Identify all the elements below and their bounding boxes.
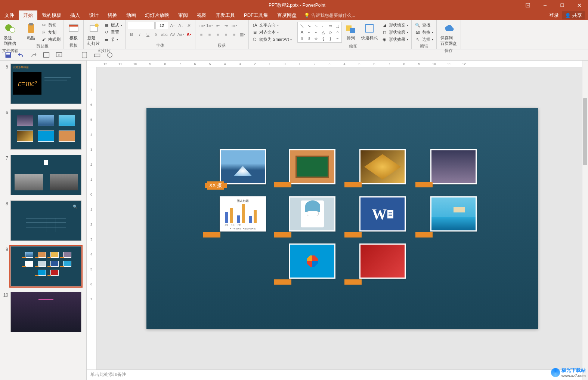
- replace-button[interactable]: ab替换▾: [414, 29, 434, 36]
- thumbnail-item[interactable]: 10: [0, 290, 86, 336]
- ribbon-options-icon[interactable]: [519, 0, 536, 10]
- thumbnail-item[interactable]: 9: [0, 245, 86, 290]
- undo-button[interactable]: [17, 51, 25, 59]
- tab-pdftools[interactable]: PDF工具集: [239, 10, 273, 20]
- scrollbar-thumb[interactable]: [583, 98, 587, 165]
- bullets-button[interactable]: ⋮≡: [198, 22, 205, 29]
- decrease-font-button[interactable]: A↓: [177, 22, 185, 29]
- italic-button[interactable]: I: [136, 31, 143, 38]
- vertical-scrollbar[interactable]: [582, 61, 588, 380]
- thumbnail-item[interactable]: 8 🔍: [0, 199, 86, 245]
- justify-button[interactable]: ≡: [222, 31, 230, 38]
- notes-pane[interactable]: 单击此处添加备注: [87, 370, 588, 380]
- tab-file[interactable]: 文件: [0, 10, 19, 20]
- shape-outline-button[interactable]: ◻形状轮廓▾: [381, 29, 409, 36]
- align-right-button[interactable]: ≡: [214, 31, 222, 38]
- touch-mode-button[interactable]: [81, 51, 88, 59]
- shape-star-icon[interactable]: ☆: [313, 36, 319, 42]
- align-left-button[interactable]: ≡: [198, 31, 205, 38]
- outdent-button[interactable]: ⇤: [214, 22, 222, 29]
- shape-more-icon[interactable]: ⋯: [334, 36, 341, 42]
- paste-button[interactable]: 粘贴: [24, 22, 38, 42]
- indent-button[interactable]: ⇥: [222, 22, 230, 29]
- tab-baidu[interactable]: 百度网盘: [273, 10, 301, 20]
- tab-transitions[interactable]: 切换: [103, 10, 122, 20]
- tab-home[interactable]: 开始: [19, 10, 37, 20]
- slide-canvas[interactable]: XX 摄图表标题小续 小王 小影■ 11月销量额 ■ 当前录销量额W≡: [96, 67, 588, 370]
- share-button[interactable]: 👤 共享: [562, 11, 585, 19]
- qat-icon-3[interactable]: [106, 51, 114, 59]
- align-center-button[interactable]: ≡: [206, 31, 213, 38]
- underline-button[interactable]: U: [144, 31, 152, 38]
- shape-line-icon[interactable]: ＼: [298, 23, 305, 29]
- redo-button[interactable]: [30, 51, 37, 59]
- shape-elbow-icon[interactable]: ⌐: [306, 29, 312, 35]
- columns-button[interactable]: ▥: [239, 31, 246, 38]
- thumbnail-item[interactable]: 7: [0, 153, 86, 199]
- tab-insert[interactable]: 插入: [66, 10, 84, 20]
- shape-circle-icon[interactable]: ○: [334, 29, 341, 35]
- gallery-card[interactable]: XX 摄: [220, 149, 266, 184]
- slide[interactable]: XX 摄图表标题小续 小王 小影■ 11月销量额 ■ 当前录销量额W≡: [146, 108, 538, 329]
- close-icon[interactable]: [571, 0, 588, 10]
- send-to-wechat-button[interactable]: 发送 到微信: [2, 22, 18, 47]
- shapes-gallery[interactable]: ＼ ↘ ⟍ ⌐ ▭ ▢ A ⌐ ⌐ △ ◇ ○ ⇧ ⇩ ☆ { } ⋯: [297, 22, 342, 43]
- gallery-card[interactable]: 图表标题小续 小王 小影■ 11月销量额 ■ 当前录销量额: [220, 196, 266, 232]
- strike-button[interactable]: S: [152, 31, 160, 38]
- font-family-select[interactable]: [128, 22, 155, 29]
- shadow-button[interactable]: abc: [161, 31, 168, 38]
- gallery-card[interactable]: [289, 196, 335, 232]
- copy-button[interactable]: ⎘复制: [40, 29, 61, 36]
- text-direction-button[interactable]: ↕A文字方向▾: [251, 22, 293, 28]
- maximize-icon[interactable]: [554, 0, 571, 10]
- login-link[interactable]: 登录: [549, 12, 559, 19]
- tab-mytemplates[interactable]: 我的模板: [37, 10, 66, 20]
- shape-elbow2-icon[interactable]: ⌐: [313, 29, 319, 35]
- spacing-button[interactable]: AV: [169, 31, 176, 38]
- thumbnail-panel[interactable]: 5 此处添加标题 ε=mc² 6 7: [0, 61, 87, 380]
- reset-button[interactable]: ↺重置: [103, 29, 123, 36]
- thumbnail-item[interactable]: 6: [0, 108, 86, 153]
- shape-effects-button[interactable]: ◉形状效果▾: [381, 36, 409, 43]
- numbering-button[interactable]: 1≡: [206, 22, 213, 29]
- minimize-icon[interactable]: [536, 0, 554, 10]
- quick-styles-button[interactable]: 快速样式: [360, 22, 379, 42]
- cut-button[interactable]: ✂剪切: [40, 22, 61, 28]
- distribute-button[interactable]: ≡: [230, 31, 238, 38]
- case-button[interactable]: Aa: [177, 31, 185, 38]
- shape-arrow-down-icon[interactable]: ⇩: [306, 36, 312, 42]
- shape-brace-r-icon[interactable]: }: [327, 36, 334, 42]
- tab-view[interactable]: 视图: [192, 10, 211, 20]
- shape-arrow-icon[interactable]: ↘: [306, 23, 312, 29]
- gallery-card[interactable]: W≡: [359, 196, 406, 232]
- shape-triangle-icon[interactable]: △: [320, 29, 327, 35]
- gallery-card[interactable]: [289, 243, 335, 279]
- shape-textbox-icon[interactable]: A: [298, 29, 305, 35]
- find-button[interactable]: 🔍查找: [414, 22, 434, 28]
- smartart-button[interactable]: ⬡转换为 SmartArt▾: [251, 36, 293, 43]
- tab-developer[interactable]: 开发工具: [211, 10, 239, 20]
- thumbnail-item[interactable]: 5 此处添加标题 ε=mc²: [0, 62, 86, 108]
- new-slide-button[interactable]: 新建 幻灯片: [86, 22, 101, 47]
- qat-icon-1[interactable]: [43, 51, 50, 59]
- tell-me-search[interactable]: 💡 告诉我您想要做什么...: [301, 12, 355, 19]
- shape-diamond-icon[interactable]: ◇: [327, 29, 334, 35]
- gallery-card[interactable]: [359, 243, 406, 279]
- shape-connector-icon[interactable]: ⌐: [320, 23, 327, 29]
- clear-format-button[interactable]: A̷: [185, 22, 193, 29]
- tab-animations[interactable]: 动画: [122, 10, 140, 20]
- line-spacing-button[interactable]: ↕≡: [230, 22, 238, 29]
- shape-rect-icon[interactable]: ▭: [327, 23, 334, 29]
- shape-arrow-up-icon[interactable]: ⇧: [298, 36, 305, 42]
- save-button[interactable]: [4, 51, 12, 59]
- gallery-card[interactable]: [430, 149, 477, 184]
- shape-brace-l-icon[interactable]: {: [320, 36, 327, 42]
- tab-design[interactable]: 设计: [84, 10, 103, 20]
- font-color-button[interactable]: A: [185, 31, 193, 38]
- save-to-baidu-button[interactable]: 保存到 百度网盘: [439, 22, 458, 47]
- shape-fill-button[interactable]: ◢形状填充▾: [381, 22, 409, 28]
- gallery-card[interactable]: [289, 149, 335, 184]
- slideshow-button[interactable]: [55, 51, 63, 59]
- tab-slideshow[interactable]: 幻灯片放映: [140, 10, 174, 20]
- gallery-card[interactable]: [359, 149, 406, 184]
